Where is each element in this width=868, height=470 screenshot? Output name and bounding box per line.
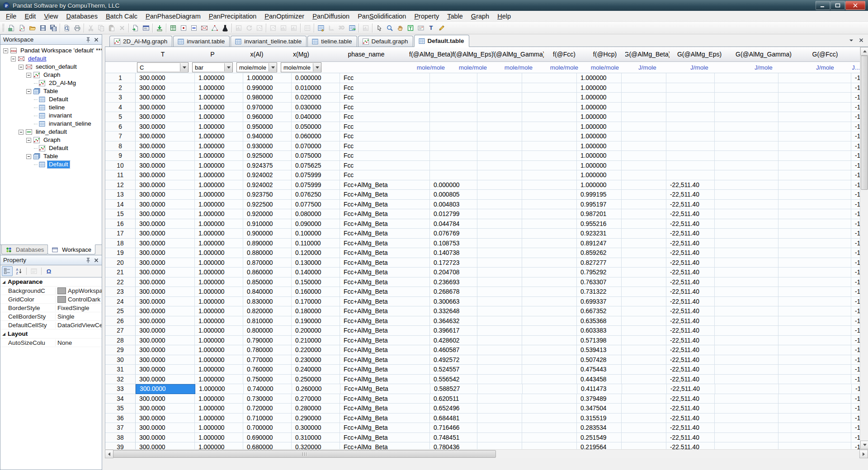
cell-phase-name[interactable]: Fcc+AlMg_Beta: [340, 326, 430, 336]
cell-f-hcp[interactable]: [622, 287, 666, 297]
cell-t[interactable]: 300.0000: [136, 316, 195, 326]
cell-g-almg-gamma[interactable]: [778, 355, 851, 365]
categorized-icon[interactable]: [2, 266, 13, 276]
cell-f-almg-eps[interactable]: [477, 442, 522, 449]
cell-f-fcc[interactable]: 0.571398: [577, 336, 622, 346]
row-number[interactable]: 36: [105, 414, 136, 423]
cell-x-mg[interactable]: 0.220000: [292, 345, 340, 355]
cell-f-almg-eps[interactable]: [477, 103, 522, 113]
cell-g-fcc[interactable]: -19,749.00: [851, 277, 860, 287]
new-graph-window-icon[interactable]: [17, 23, 27, 33]
cell-f-fcc[interactable]: 0.699337: [577, 297, 622, 307]
cell-g-almg-gamma[interactable]: [778, 258, 851, 268]
cell-g-fcc[interactable]: -19,749.00: [851, 404, 860, 414]
save-icon[interactable]: [38, 23, 48, 33]
cell-g-fcc[interactable]: -19,749.00: [852, 384, 860, 394]
unit-dropdown-x-al-[interactable]: mole/mole: [236, 62, 277, 72]
cell-f-almg-gamma[interactable]: [522, 200, 577, 210]
load-database-icon[interactable]: [154, 23, 165, 33]
line-calculation-icon[interactable]: [189, 23, 199, 33]
text-style-icon[interactable]: T: [426, 23, 436, 33]
cell-f-almg-beta[interactable]: 0.620511: [430, 394, 477, 404]
cell-f-almg-beta[interactable]: 0.268678: [430, 287, 477, 297]
cell-f-almg-beta[interactable]: 0.780436: [430, 442, 477, 449]
cell-g-almg-gamma[interactable]: [778, 73, 851, 83]
cell-f-hcp[interactable]: [622, 404, 666, 414]
tree-item-default[interactable]: Default: [0, 144, 102, 152]
cell-p[interactable]: 1.000000: [195, 151, 243, 161]
cell-f-almg-beta[interactable]: 0.004803: [430, 200, 477, 210]
cell-f-almg-gamma[interactable]: [522, 365, 577, 375]
cell-f-hcp[interactable]: [622, 112, 666, 122]
cell-g-almg-eps[interactable]: [715, 365, 778, 375]
cell-f-hcp[interactable]: [622, 365, 666, 375]
cell-f-almg-beta[interactable]: 0.652496: [430, 404, 477, 414]
legend-icon[interactable]: [415, 23, 426, 33]
column-header-f-almg-gamma[interactable]: f(@AlMg_Gamma): [493, 47, 544, 61]
cell-f-almg-gamma[interactable]: [522, 258, 577, 268]
cell-phase-name[interactable]: Fcc+AlMg_Beta: [340, 277, 430, 287]
row-number[interactable]: 28: [105, 336, 136, 346]
tree-expander-icon[interactable]: [26, 154, 31, 159]
row-number[interactable]: 37: [105, 423, 136, 433]
row-number[interactable]: 24: [105, 297, 136, 307]
cell-t[interactable]: 300.0000: [136, 93, 195, 103]
cell-g-almg-gamma[interactable]: [778, 442, 851, 449]
cell-x-al[interactable]: 0.910000: [243, 219, 292, 229]
row-number[interactable]: 34: [105, 394, 136, 404]
cell-f-almg-gamma[interactable]: [522, 345, 577, 355]
cell-x-al[interactable]: 0.924002: [243, 170, 292, 180]
cell-f-almg-eps[interactable]: [477, 287, 522, 297]
cell-g-fcc[interactable]: -19,749.00: [851, 375, 860, 385]
cell-t[interactable]: 300.0000: [136, 345, 195, 355]
cell-g-almg-beta[interactable]: -22,511.40: [666, 414, 715, 423]
tree-item-tieline[interactable]: tieline: [0, 103, 102, 112]
cell-p[interactable]: 1.000000: [195, 93, 243, 103]
cell-f-fcc[interactable]: 1.000000: [577, 73, 622, 83]
cell-f-almg-eps[interactable]: [477, 132, 522, 141]
cell-p[interactable]: 1.000000: [195, 442, 243, 449]
cell-g-almg-eps[interactable]: [715, 83, 778, 93]
cell-x-mg[interactable]: 0.070000: [292, 141, 340, 151]
cell-g-almg-gamma[interactable]: [778, 336, 851, 346]
cell-g-almg-eps[interactable]: [715, 103, 778, 113]
cell-t[interactable]: 300.0000: [136, 394, 195, 404]
cell-p[interactable]: 1.000000: [195, 161, 243, 171]
cell-g-almg-beta[interactable]: [666, 122, 715, 132]
new-table-window-icon[interactable]: [6, 23, 17, 33]
menu-graph[interactable]: Graph: [467, 12, 493, 21]
cell-f-almg-eps[interactable]: [477, 200, 522, 210]
cell-f-almg-eps[interactable]: [477, 141, 522, 151]
cell-x-al[interactable]: 0.800000: [243, 326, 292, 336]
cell-f-almg-gamma[interactable]: [522, 433, 577, 443]
close-icon[interactable]: [93, 36, 100, 43]
row-number[interactable]: 23: [105, 287, 136, 297]
edit-table-icon[interactable]: [316, 23, 326, 33]
cell-phase-name[interactable]: Fcc+AlMg_Beta: [340, 229, 430, 239]
cell-f-almg-gamma[interactable]: [522, 442, 577, 449]
cell-g-almg-gamma[interactable]: [778, 161, 851, 171]
cell-f-fcc[interactable]: 0.315519: [577, 414, 622, 423]
cell-g-almg-beta[interactable]: -22,511.40: [666, 200, 715, 210]
cell-t[interactable]: 300.0000: [136, 180, 195, 190]
tree-item-section-default[interactable]: section_default: [0, 63, 102, 71]
cell-x-mg[interactable]: 0.290000: [292, 414, 340, 423]
scroll-up-icon[interactable]: [860, 47, 868, 56]
cell-f-almg-beta[interactable]: 0.460587: [430, 345, 477, 355]
cell-phase-name[interactable]: Fcc: [340, 170, 430, 180]
cell-phase-name[interactable]: Fcc+AlMg_Beta: [340, 355, 430, 365]
menu-edit[interactable]: Edit: [20, 12, 40, 21]
cell-f-fcc[interactable]: 1.000000: [577, 151, 622, 161]
cell-f-almg-beta[interactable]: 0.172723: [430, 258, 477, 268]
cell-f-fcc[interactable]: 0.635368: [577, 316, 622, 326]
cell-f-hcp[interactable]: [622, 132, 666, 141]
cell-phase-name[interactable]: Fcc: [340, 122, 430, 132]
cell-x-al[interactable]: 0.790000: [243, 336, 292, 346]
cell-g-almg-beta[interactable]: [666, 112, 715, 122]
doc-tab-invariant-table[interactable]: invariant.table: [173, 36, 230, 47]
cell-x-mg[interactable]: 0.050000: [292, 122, 340, 132]
cell-g-almg-beta[interactable]: -22,511.40: [666, 365, 715, 375]
column-header-rownum[interactable]: [105, 47, 135, 61]
row-number[interactable]: 31: [105, 365, 136, 375]
unit-dropdown-t[interactable]: C: [137, 62, 189, 72]
